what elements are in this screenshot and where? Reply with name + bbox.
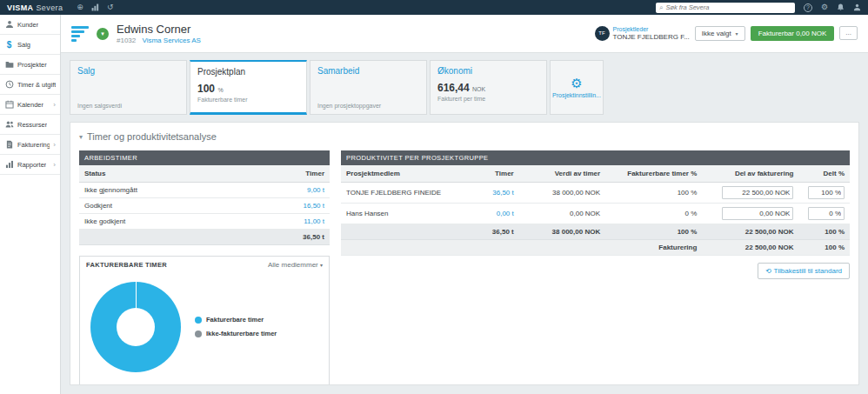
productivity-total-row: 36,50 t 38 000,00 NOK 100 % 22 500,00 NO… (341, 224, 850, 240)
share-input[interactable] (722, 186, 793, 199)
member-filter-dropdown[interactable]: Alle medlemmer ▾ (268, 261, 323, 269)
project-number: #1032 (117, 37, 136, 44)
sidebar-item-kalender[interactable]: Kalender › (0, 95, 60, 115)
sidebar: Kunder $ Salg Prosjekter Timer & utgifte… (0, 15, 61, 394)
chart-icon[interactable] (91, 3, 99, 11)
page-title: Edwins Corner (117, 23, 201, 36)
projects-icon (4, 60, 14, 69)
table-row: Ikke godkjent 11,00 t (79, 214, 330, 230)
col-del-av-fakturering: Del av fakturering (702, 165, 798, 183)
donut-hole (117, 308, 155, 346)
legend-item-nonbillable: Ikke-fakturerbare timer (195, 330, 277, 337)
col-verdi: Verdi av timer (519, 165, 605, 183)
legend-dot-billable (195, 317, 202, 324)
company-link[interactable]: Visma Services AS (142, 37, 200, 44)
settings-icon[interactable]: ⚙ (821, 3, 828, 11)
worktime-table: Status Timer Ikke gjennomgått 9,00 t God… (79, 165, 330, 245)
col-delt-pct: Delt % (798, 165, 850, 183)
sidebar-item-fakturering[interactable]: Fakturering › (0, 135, 60, 155)
chevron-right-icon: › (53, 101, 56, 109)
split-pct-input[interactable] (808, 207, 845, 220)
sidebar-item-prosjekter[interactable]: Prosjekter (0, 55, 60, 75)
global-search[interactable]: ⌕ (656, 3, 795, 13)
billable-chart-panel: FAKTURERBARE TIMER Alle medlemmer ▾ (79, 256, 330, 385)
table-row: Ikke gjennomgått 9,00 t (79, 183, 330, 198)
productivity-table-title: PRODUKTIVITET PER PROSJEKTGRUPPE (341, 150, 850, 165)
lead-label: Prosjektleder (613, 26, 690, 33)
tab-prosjektplan[interactable]: Prosjektplan 100 % Fakturerbare timer (190, 60, 307, 115)
col-prosjektmedlem: Prosjektmedlem (341, 165, 473, 183)
col-status: Status (79, 165, 242, 183)
resources-icon (4, 120, 14, 129)
search-icon: ⌕ (659, 3, 663, 12)
customers-icon (4, 20, 14, 29)
project-header: ▾ Edwins Corner #1032 Visma Services AS … (61, 15, 868, 53)
tab-okonomi[interactable]: Økonomi 616,44 NOK Fakturert per time (430, 60, 547, 115)
chevron-down-icon: ▾ (320, 263, 323, 268)
reset-to-default-button[interactable]: ⟲Tilbakestill til standard (758, 263, 850, 279)
avatar: TF (595, 26, 610, 41)
productivity-table: Prosjektmedlem Timer Verdi av timer Fakt… (341, 165, 850, 256)
table-row: TONJE FJELDBERG FINEIDE 36,50 t 38 000,0… (341, 183, 850, 204)
user-icon[interactable] (853, 3, 861, 11)
lead-name: TONJE FJELDBERG F... (613, 33, 690, 42)
calendar-icon (4, 100, 14, 109)
col-fakturerbare-pct: Fakturerbare timer % (605, 165, 702, 183)
billable-button[interactable]: Fakturerbar 0,00 NOK (751, 26, 835, 41)
status-dropdown[interactable]: Ikke valgt ▾ (695, 26, 745, 41)
sidebar-item-ressurser[interactable]: Ressurser (0, 115, 60, 135)
search-input[interactable] (665, 3, 791, 11)
reports-icon (4, 160, 14, 169)
donut-slice-divider (136, 282, 137, 310)
legend-dot-nonbillable (195, 331, 202, 337)
notifications-icon[interactable] (837, 3, 845, 11)
tab-salg[interactable]: Salg Ingen salgsverdi (70, 60, 187, 115)
col-timer: Timer (473, 165, 519, 183)
section-header[interactable]: ▾ Timer og produktivitetsanalyse (79, 131, 850, 142)
hours-link[interactable]: 36,50 t (492, 189, 513, 197)
history-icon[interactable]: ↺ (107, 3, 114, 11)
col-timer: Timer (242, 165, 330, 183)
brand-severa: Severa (36, 3, 63, 12)
collapse-icon: ▾ (79, 133, 83, 141)
billable-donut (90, 282, 181, 372)
billing-row: Fakturering 22 500,00 NOK 100 % (341, 240, 850, 256)
project-status-icon[interactable]: ▾ (97, 28, 109, 40)
gear-icon: ⚙ (571, 77, 582, 90)
analysis-panel: ▾ Timer og produktivitetsanalyse ARBEIDS… (70, 122, 859, 385)
brand-logo: VISMA Severa (7, 3, 63, 12)
worktime-total-row: 36,50 t (79, 230, 330, 245)
project-tabs: Salg Ingen salgsverdi Prosjektplan 100 %… (61, 53, 868, 115)
chevron-down-icon: ▾ (736, 30, 738, 37)
more-button[interactable]: ... (839, 26, 858, 40)
sales-icon: $ (4, 40, 14, 50)
help-icon[interactable]: ? (804, 3, 812, 12)
chevron-right-icon: › (53, 141, 56, 149)
hours-link[interactable]: 11,00 t (304, 217, 324, 225)
chart-legend: Fakturerbare timer Ikke-fakturerbare tim… (195, 316, 277, 337)
hours-link[interactable]: 0,00 t (497, 210, 514, 217)
legend-item-billable: Fakturerbare timer (195, 316, 277, 324)
sidebar-item-kunder[interactable]: Kunder (0, 15, 60, 35)
tab-prosjektinnstillinger[interactable]: ⚙ Prosjektinnstillin... (550, 60, 604, 115)
refresh-icon: ⟲ (765, 267, 771, 275)
sidebar-item-rapporter[interactable]: Rapporter › (0, 155, 60, 175)
hours-link[interactable]: 9,00 t (307, 186, 324, 194)
project-menu-icon[interactable] (71, 26, 89, 42)
hours-link[interactable]: 16,50 t (304, 202, 324, 210)
brand-visma: VISMA (7, 3, 34, 12)
invoice-icon (4, 140, 14, 149)
clock-icon (4, 80, 14, 89)
chevron-right-icon: › (53, 161, 56, 169)
share-input[interactable] (722, 207, 793, 220)
worktime-table-title: ARBEIDSTIMER (79, 150, 330, 165)
sidebar-item-timer-utgifter[interactable]: Timer & utgifter (0, 75, 60, 95)
add-icon[interactable]: ⊕ (77, 3, 83, 11)
project-lead[interactable]: TF Prosjektleder TONJE FJELDBERG F... (595, 26, 690, 42)
chart-title: FAKTURERBARE TIMER (86, 261, 167, 269)
split-pct-input[interactable] (808, 186, 845, 199)
topbar: VISMA Severa ⊕ ↺ ⌕ ? ⚙ (0, 0, 868, 15)
sidebar-item-salg[interactable]: $ Salg (0, 35, 60, 55)
tab-samarbeid[interactable]: Samarbeid Ingen prosjektoppgaver (310, 60, 427, 115)
table-row: Godkjent 16,50 t (79, 198, 330, 214)
